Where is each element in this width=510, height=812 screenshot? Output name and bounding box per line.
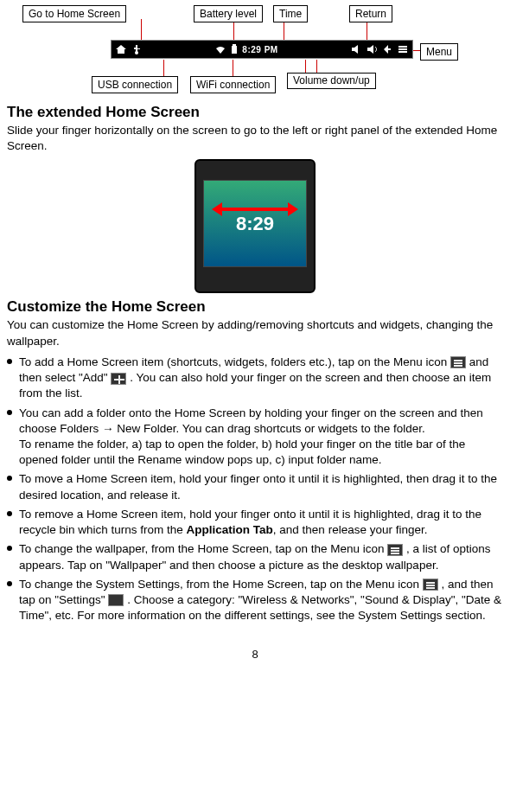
bullet-list: To add a Home Screen item (shortcuts, wi… [7,355,503,624]
status-bar-diagram: Go to Home Screen Battery level Time Ret… [7,3,503,99]
battery-icon [228,43,240,55]
label-time: Time [273,5,308,22]
text-rename: To rename the folder, a) tap to open the… [19,437,503,468]
page-number: 8 [7,648,503,661]
svg-rect-4 [398,48,407,50]
heading-extended-home: The extended Home Screen [7,104,503,121]
anno-line [141,19,142,40]
device-screen-inner: 8:29 [203,180,307,267]
usb-icon [131,43,143,55]
text: , and then release your finger. [273,523,428,536]
svg-rect-2 [233,44,236,46]
text: You can add a folder onto the Home Scree… [19,406,483,435]
menu-icon [387,544,403,556]
return-icon [381,43,393,55]
status-bar-time: 8:29 PM [242,45,277,54]
label-usb: USB connection [92,76,178,93]
bullet-change-wallpaper: To change the wallpaper, from the Home S… [7,541,503,572]
paragraph-extended-home: Slide your finger horizontally on the sc… [7,123,503,154]
menu-icon [450,356,466,368]
bullet-move-item: To move a Home Screen item, hold your fi… [7,471,503,502]
text: To change the System Settings, from the … [19,578,423,591]
label-wifi: WiFi connection [190,76,276,93]
home-icon [115,43,127,55]
anno-line [233,60,233,77]
wifi-icon [214,43,226,55]
bullet-remove-item: To remove a Home Screen item, hold your … [7,507,503,538]
menu-icon [423,579,438,591]
heading-customize: Customize the Home Screen [7,298,503,316]
label-return: Return [349,5,392,22]
text-bold: Application Tab [187,523,273,536]
add-icon [111,373,126,385]
label-volume: Volume down/up [287,73,376,89]
volume-up-icon [366,43,378,55]
label-volume-text: Volume down/up [293,74,370,86]
paragraph-customize: You can customize the Home Screen by add… [7,317,503,348]
volume-down-icon [350,43,362,55]
svg-rect-3 [398,46,407,48]
bullet-system-settings: To change the System Settings, from the … [7,577,503,624]
label-battery: Battery level [194,5,263,22]
label-go-home: Go to Home Screen [22,5,126,22]
status-bar-right [350,43,409,55]
swipe-arrow-icon [212,202,298,216]
manual-page: Go to Home Screen Battery level Time Ret… [0,0,510,678]
bullet-add-folder: You can add a folder onto the Home Scree… [7,406,503,469]
text: To add a Home Screen item (shortcuts, wi… [19,355,450,368]
svg-rect-1 [232,46,237,54]
status-bar: 8:29 PM [111,40,413,59]
status-bar-left [115,43,143,55]
text: To change the wallpaper, from the Home S… [19,542,387,555]
anno-line [163,60,164,77]
status-bar-center: 8:29 PM [214,43,277,55]
bullet-add-item: To add a Home Screen item (shortcuts, wi… [7,355,503,402]
device-screenshot: 8:29 [194,159,316,293]
menu-icon [397,43,409,55]
settings-icon [108,594,124,606]
label-menu: Menu [420,43,458,61]
svg-rect-5 [398,51,407,53]
